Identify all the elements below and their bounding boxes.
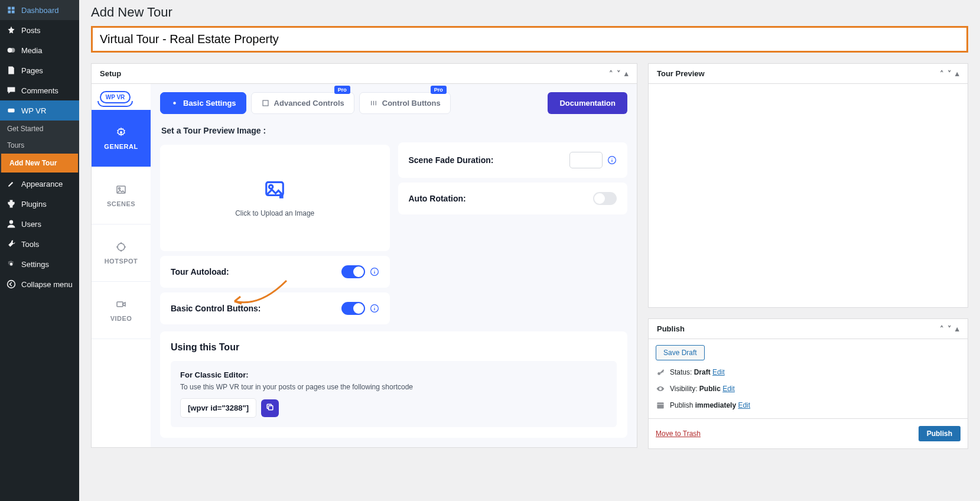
- basic-controls-label: Basic Control Buttons:: [171, 304, 261, 313]
- sidebar-item-wpvr[interactable]: WP VR: [0, 100, 79, 121]
- sidebar-label: Tools: [21, 240, 39, 249]
- svg-point-6: [120, 131, 122, 134]
- publish-panel: Publish ˄ ˅ ▴ Save Draft Status: Draft E…: [648, 318, 968, 449]
- svg-point-9: [118, 243, 125, 250]
- vtab-label: GENERAL: [104, 143, 138, 150]
- sidebar-label: WP VR: [21, 106, 46, 115]
- user-icon: [6, 219, 17, 229]
- vtab-label: SCENES: [107, 200, 135, 207]
- autorotation-toggle[interactable]: [593, 192, 617, 205]
- sidebar-label: Plugins: [21, 200, 47, 209]
- brush-icon: [6, 178, 17, 189]
- sidebar-item-settings[interactable]: Settings: [0, 254, 79, 274]
- move-to-trash-link[interactable]: Move to Trash: [656, 430, 701, 438]
- vtab-scenes[interactable]: SCENES: [92, 167, 151, 225]
- sidebar-item-dashboard[interactable]: Dashboard: [0, 0, 79, 20]
- info-icon[interactable]: [607, 155, 617, 165]
- chevron-up-icon[interactable]: ˄: [940, 324, 944, 333]
- svg-point-4: [10, 263, 13, 266]
- svg-point-5: [8, 281, 15, 288]
- svg-rect-10: [117, 302, 123, 307]
- basic-controls-row: Basic Control Buttons:: [160, 292, 390, 324]
- chevron-up-icon[interactable]: ˄: [609, 69, 613, 78]
- upload-image-icon: [263, 178, 286, 201]
- sliders-icon: [369, 99, 378, 108]
- setup-panel-header: Setup ˄ ˅ ▴: [92, 64, 637, 84]
- sidebar-item-appearance[interactable]: Appearance: [0, 174, 79, 194]
- sidebar-submenu: Get Started Tours Add New Tour: [0, 121, 79, 173]
- wrench-icon: [6, 239, 17, 249]
- publish-button[interactable]: Publish: [919, 426, 961, 441]
- save-draft-button[interactable]: Save Draft: [656, 345, 705, 360]
- fade-duration-input[interactable]: [569, 152, 603, 168]
- sidebar-sub-add-new-tour[interactable]: Add New Tour: [1, 154, 78, 173]
- sidebar-item-tools[interactable]: Tools: [0, 234, 79, 254]
- chevron-down-icon[interactable]: ˅: [948, 324, 952, 333]
- plugin-icon: [6, 199, 17, 209]
- sidebar-item-posts[interactable]: Posts: [0, 20, 79, 40]
- sidebar-sub-tours[interactable]: Tours: [0, 137, 79, 154]
- tour-title-input[interactable]: [91, 26, 968, 53]
- comment-icon: [6, 85, 17, 96]
- caret-up-icon[interactable]: ▴: [624, 69, 629, 78]
- vtab-video[interactable]: VIDEO: [92, 282, 151, 339]
- vtab-hotspot[interactable]: HOTSPOT: [92, 225, 151, 282]
- autoload-toggle[interactable]: [341, 265, 365, 278]
- collapse-icon: [6, 279, 17, 289]
- admin-sidebar: Dashboard Posts Media Pages Comments WP …: [0, 0, 79, 501]
- htab-control-buttons[interactable]: Pro Control Buttons: [359, 92, 451, 114]
- classic-editor-label: For Classic Editor:: [180, 370, 607, 379]
- svg-rect-20: [657, 402, 663, 408]
- sidebar-label: Appearance: [21, 180, 63, 188]
- info-icon[interactable]: [370, 304, 379, 313]
- schedule-row: Publish immediately Edit: [656, 401, 961, 410]
- documentation-button[interactable]: Documentation: [548, 92, 627, 114]
- pin-icon: [6, 25, 17, 35]
- pro-badge: Pro: [334, 86, 350, 94]
- sliders-icon: [261, 99, 270, 108]
- caret-up-icon[interactable]: ▴: [955, 324, 959, 333]
- basic-controls-toggle[interactable]: [341, 302, 365, 315]
- chevron-down-icon[interactable]: ˅: [948, 69, 952, 78]
- sidebar-item-plugins[interactable]: Plugins: [0, 194, 79, 214]
- edit-schedule-link[interactable]: Edit: [738, 401, 750, 409]
- horizontal-tabs: Basic Settings Pro Advanced Controls Pro: [160, 92, 451, 114]
- scene-fade-row: Scene Fade Duration:: [398, 142, 628, 178]
- chevron-up-icon[interactable]: ˄: [940, 69, 944, 78]
- video-icon: [115, 298, 127, 310]
- info-icon[interactable]: [370, 267, 379, 276]
- edit-status-link[interactable]: Edit: [712, 368, 725, 376]
- gear-icon: [170, 99, 179, 108]
- sidebar-sub-get-started[interactable]: Get Started: [0, 121, 79, 137]
- preview-panel-title: Tour Preview: [657, 69, 705, 78]
- sidebar-item-collapse[interactable]: Collapse menu: [0, 274, 79, 294]
- htab-advanced-controls[interactable]: Pro Advanced Controls: [251, 92, 354, 114]
- dashboard-icon: [6, 5, 17, 15]
- copy-shortcode-button[interactable]: [261, 399, 279, 417]
- gear-icon: [6, 259, 17, 269]
- fade-label: Scene Fade Duration:: [409, 155, 494, 165]
- caret-up-icon[interactable]: ▴: [955, 69, 959, 78]
- page-icon: [6, 65, 17, 76]
- htab-label: Advanced Controls: [274, 99, 344, 108]
- sidebar-label: Posts: [21, 26, 41, 35]
- tour-autoload-row: Tour Autoload:: [160, 256, 390, 288]
- sidebar-item-comments[interactable]: Comments: [0, 80, 79, 100]
- upload-image-area[interactable]: Click to Upload an Image: [160, 145, 390, 251]
- tour-preview-body: [649, 84, 968, 307]
- eye-icon: [656, 384, 665, 393]
- chevron-down-icon[interactable]: ˅: [617, 69, 621, 78]
- htab-basic-settings[interactable]: Basic Settings: [160, 92, 246, 114]
- sidebar-item-media[interactable]: Media: [0, 40, 79, 60]
- sidebar-item-pages[interactable]: Pages: [0, 60, 79, 80]
- status-row: Status: Draft Edit: [656, 367, 961, 377]
- sidebar-label: Settings: [21, 260, 49, 269]
- setup-panel-title: Setup: [100, 69, 121, 78]
- vtab-general[interactable]: GENERAL: [92, 110, 151, 167]
- visibility-row: Visibility: Public Edit: [656, 384, 961, 393]
- autoload-label: Tour Autoload:: [171, 267, 229, 276]
- sidebar-item-users[interactable]: Users: [0, 214, 79, 234]
- using-tour-card: Using this Tour For Classic Editor: To u…: [160, 331, 627, 438]
- edit-visibility-link[interactable]: Edit: [722, 385, 735, 393]
- htab-label: Basic Settings: [183, 99, 236, 108]
